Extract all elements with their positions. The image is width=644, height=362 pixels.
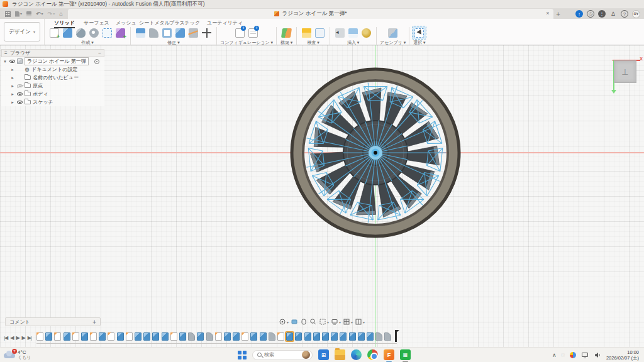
press-pull-icon[interactable] [134,26,147,39]
timeline-feature-extrude[interactable] [162,332,169,341]
timeline-feature-extrude[interactable] [117,332,124,341]
taskbar-app-chrome-icon[interactable] [367,349,378,360]
timeline-feature-extrude[interactable] [233,332,240,341]
save-icon[interactable] [26,11,31,16]
timeline-feature-extrude[interactable] [45,332,52,341]
ribbon-tab-4[interactable]: プラスチック [169,19,200,26]
timeline-feature-sketch[interactable] [54,332,61,341]
ribbon-tab-2[interactable]: メッシュ [116,19,136,26]
taskbar-app-green-icon[interactable]: ▦ [400,349,411,360]
look-at-icon[interactable] [291,318,298,326]
tray-chevron-up-icon[interactable]: ∧ [552,352,557,358]
browser-item-named-views[interactable]: ▸名前の付いたビュー [1,74,104,82]
new-component-icon[interactable] [386,26,399,39]
visibility-eye-icon[interactable] [9,60,15,63]
timeline-feature-fillet[interactable] [188,332,195,341]
combine-icon[interactable] [174,26,187,39]
new-tab-icon[interactable]: + [553,10,564,18]
viewcube-front-face[interactable]: ⊥ [614,60,636,83]
taskbar-search[interactable] [252,350,313,360]
tray-x-app-icon[interactable]: × [562,352,565,358]
timeline-feature-extrude[interactable] [367,332,374,341]
data-panel-icon[interactable] [5,11,11,17]
visibility-eye-icon[interactable] [17,92,23,96]
timeline-feature-sketch[interactable] [277,332,284,341]
ribbon-tab-5[interactable]: ユーティリティ [207,19,243,26]
wheel-3d-model[interactable] [287,65,464,241]
sweep-icon[interactable] [87,26,101,39]
step-back-icon[interactable]: ◀ [10,335,13,341]
visibility-eye-icon[interactable] [17,101,23,104]
shell-icon[interactable] [160,26,174,39]
insert-derive-icon[interactable] [333,26,347,39]
section-icon[interactable] [313,26,326,39]
fillet-icon[interactable] [147,26,160,39]
timeline-feature-extrude[interactable] [304,332,311,341]
timeline-feature-extrude[interactable] [64,332,70,341]
fit-icon[interactable]: ▾ [319,318,329,326]
taskbar-clock[interactable]: 10:00 2026/02/07 (土) [606,349,639,361]
configuration-icon[interactable] [233,26,247,39]
expand-icon[interactable]: ▸ [10,84,15,89]
tray-display-icon[interactable] [581,351,589,359]
play-icon[interactable]: ▶ [16,335,19,341]
form-box-icon[interactable] [114,26,127,39]
timeline-feature-extrude[interactable] [152,332,159,341]
timeline-feature-sketch[interactable] [215,332,222,341]
notifications-bell-icon[interactable]: ∆ [609,10,617,18]
display-settings-icon[interactable]: ▾ [331,318,341,326]
pan-icon[interactable] [300,318,308,326]
timeline-feature-fillet[interactable] [206,332,213,341]
timeline-feature-sketch[interactable] [108,332,114,341]
timeline-feature-extrude[interactable] [99,332,106,341]
home-icon[interactable]: ⌂ [59,11,62,17]
tray-color-profile-icon[interactable] [570,352,576,358]
timeline-feature-extrude[interactable] [322,332,329,341]
history-icon[interactable]: ◷ [587,10,594,18]
comment-bar[interactable]: コメント + [5,317,101,326]
create-sketch-icon[interactable] [48,26,61,39]
timeline-feature-extrude[interactable] [313,332,320,341]
redo-icon[interactable]: ↷▾ [48,11,55,17]
viewports-icon[interactable]: ▾ [355,318,365,326]
ribbon-tab-1[interactable]: サーフェス [84,19,109,26]
taskbar-app-fusion-icon[interactable]: F [384,349,394,360]
go-to-start-icon[interactable]: |◀ [4,335,8,341]
orbit-icon[interactable]: ▾ [279,318,289,326]
timeline-feature-extrude[interactable] [250,332,257,341]
timeline-feature-sketch[interactable] [90,332,97,341]
extrude-icon[interactable] [61,26,74,39]
help-icon[interactable]: ? [621,10,628,18]
browser-item-bodies[interactable]: ▸ボディ [1,90,104,98]
job-status-icon[interactable]: ↑ [575,10,583,18]
timeline-feature-extrude[interactable] [349,332,356,341]
timeline-feature-extrude[interactable] [197,332,204,341]
browser-collapse-icon[interactable]: − [98,50,101,56]
taskbar-app-explorer-icon[interactable] [335,349,345,360]
weather-widget[interactable]: ? 4°C くもり [0,349,82,360]
browser-root-label[interactable]: ラジコン ホイール 第一弾 [25,57,89,65]
split-icon[interactable] [187,26,200,39]
timeline-feature-extrude[interactable] [224,332,231,341]
move-icon[interactable] [200,26,213,39]
timeline-feature-extrude[interactable] [295,332,302,341]
timeline-feature-fillet[interactable] [375,332,382,341]
apps-icon[interactable]: ⋮ [598,10,606,18]
timeline-feature-sketch[interactable] [242,332,248,341]
document-tab[interactable]: ラジコン ホイール 第一弾* × [68,9,553,19]
undo-icon[interactable]: ↶▾ [36,11,43,17]
search-input[interactable] [264,352,297,358]
tray-volume-icon[interactable] [594,351,601,359]
timeline-feature-sketch[interactable] [170,332,177,341]
revolve-icon[interactable] [74,26,87,39]
expand-icon[interactable]: ▸ [10,75,15,80]
timeline-feature-fillet[interactable] [384,332,391,341]
file-menu-icon[interactable]: ▾ [15,11,22,17]
timeline-feature-fillet[interactable] [269,332,275,341]
config-table-icon[interactable] [247,26,260,39]
taskbar-app-edge-icon[interactable] [351,349,362,360]
timeline-playhead[interactable] [395,331,397,342]
browser-item-origin[interactable]: ▸原点 [1,82,104,90]
expand-icon[interactable]: ▸ [10,67,15,72]
construct-planes-icon[interactable] [280,26,293,39]
